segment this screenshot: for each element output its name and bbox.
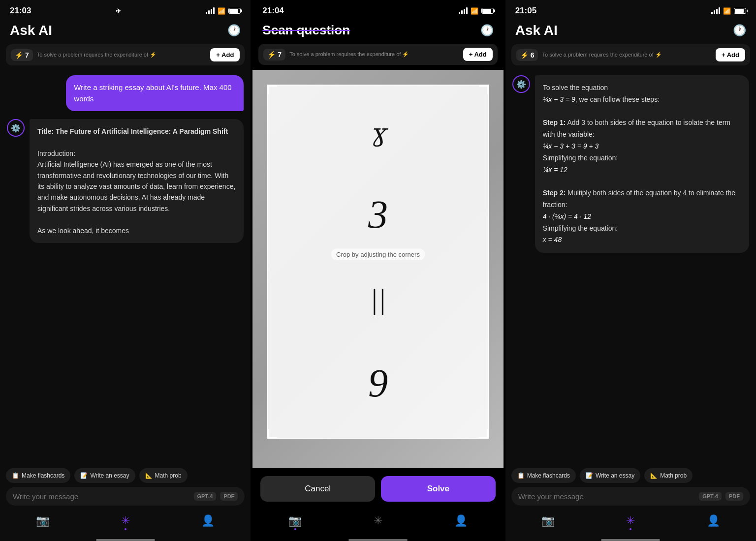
home-indicator-1 <box>96 539 155 541</box>
screen-3: 21:05 📶 Ask AI 🕐 ⚡ 6 To solve a problem … <box>505 0 756 541</box>
math-symbol-2: 3 <box>368 195 388 234</box>
gpt-badge-3: GPT-4 <box>699 492 722 501</box>
bottom-nav-1: 📷 ✳ 👤 <box>0 510 251 537</box>
profile-nav-icon-3: 👤 <box>707 514 720 527</box>
status-icons-3: 📶 <box>711 7 746 15</box>
nav-camera-1[interactable]: 📷 <box>36 514 49 527</box>
wifi-icon-1: 📶 <box>218 7 225 15</box>
nav-camera-2[interactable]: 📷 <box>288 514 302 527</box>
app-title-3: Ask AI <box>515 23 558 38</box>
essay-btn-3[interactable]: 📝 Write an essay <box>580 468 640 483</box>
app-header-2: Scan question 🕐 <box>252 19 503 44</box>
math-icon-1: 📐 <box>145 472 153 479</box>
essay-icon-3: 📝 <box>586 472 593 479</box>
input-bar-1: GPT-4 PDF <box>6 487 245 506</box>
flashcards-icon-3: 📋 <box>517 472 525 479</box>
nav-active-dot-1 <box>125 528 126 530</box>
credits-bar-1: ⚡ 7 To solve a problem requires the expe… <box>6 44 245 65</box>
ai-avatar-icon-3: ⚙️ <box>516 80 526 89</box>
credits-text-1: To solve a problem requires the expendit… <box>37 51 207 58</box>
ai-nav-icon-1: ✳ <box>121 514 130 527</box>
quick-actions-3: 📋 Make flashcards 📝 Write an essay 📐 Mat… <box>505 468 756 487</box>
time-2: 21:04 <box>262 6 284 16</box>
app-header-1: Ask AI 🕐 <box>0 19 251 44</box>
app-header-3: Ask AI 🕐 <box>505 19 756 44</box>
camera-nav-icon-3: 📷 <box>541 514 555 527</box>
camera-nav-icon-2: 📷 <box>288 514 302 527</box>
history-icon-2[interactable]: 🕐 <box>480 24 494 37</box>
solve-btn[interactable]: Solve <box>381 476 496 502</box>
status-bar-1: 21:03 ✈ 📶 <box>0 0 251 19</box>
nav-ai-1[interactable]: ✳ <box>121 514 130 527</box>
math-icon-3: 📐 <box>650 472 658 479</box>
lightning-icon-1: ⚡ <box>15 51 23 59</box>
wifi-icon-2: 📶 <box>471 7 478 15</box>
battery-icon-3 <box>734 8 746 14</box>
credit-count-1: 7 <box>25 51 29 59</box>
ai-nav-icon-2: ✳ <box>374 514 382 527</box>
math-btn-3[interactable]: 📐 Math prob <box>644 468 693 483</box>
crop-hint: Crop by adjusting the corners <box>331 249 425 260</box>
scan-title-2: Scan question <box>262 23 350 38</box>
nav-profile-3[interactable]: 👤 <box>707 514 720 527</box>
chat-area-1: Write a striking essay about AI's future… <box>0 70 251 468</box>
credit-count-2: 7 <box>278 51 282 59</box>
pdf-btn-3[interactable]: PDF <box>725 492 743 501</box>
battery-icon-1 <box>228 8 241 14</box>
camera-view: ɣ 3 || 9 Crop by adjusting the corners <box>252 70 503 468</box>
chat-area-3: ⚙️ To solve the equation ¼x − 3 = 9, we … <box>505 70 756 468</box>
pdf-btn-1[interactable]: PDF <box>220 492 238 501</box>
cancel-btn[interactable]: Cancel <box>260 476 375 502</box>
message-input-3[interactable] <box>518 492 695 501</box>
home-indicator-3 <box>601 539 660 541</box>
quick-actions-1: 📋 Make flashcards 📝 Write an essay 📐 Mat… <box>0 468 251 487</box>
credits-bar-2: ⚡ 7 To solve a problem requires the expe… <box>258 44 497 65</box>
flashcards-btn-3[interactable]: 📋 Make flashcards <box>511 468 576 483</box>
math-symbol-1: ɣ <box>371 120 385 145</box>
status-bar-3: 21:05 📶 <box>505 0 756 19</box>
user-message-1: Write a striking essay about AI's future… <box>66 75 244 111</box>
nav-ai-2[interactable]: ✳ <box>374 514 382 527</box>
nav-ai-3[interactable]: ✳ <box>626 514 635 527</box>
profile-nav-icon-1: 👤 <box>201 514 215 527</box>
lightning-icon-2: ⚡ <box>267 51 276 59</box>
nav-profile-1[interactable]: 👤 <box>201 514 215 527</box>
crop-box[interactable]: ɣ 3 || 9 <box>267 85 488 439</box>
nav-camera-3[interactable]: 📷 <box>541 514 555 527</box>
ai-message-3: ⚙️ To solve the equation ¼x − 3 = 9, we … <box>512 75 749 253</box>
screen-2: 21:04 📶 Scan question 🕐 ⚡ 7 To solve a p… <box>252 0 503 541</box>
scan-actions: Cancel Solve <box>252 468 503 510</box>
math-btn-1[interactable]: 📐 Math prob <box>139 468 188 483</box>
add-credits-btn-3[interactable]: + Add <box>716 48 745 61</box>
wifi-icon-3: 📶 <box>723 7 731 15</box>
essay-btn-1[interactable]: 📝 Write an essay <box>74 468 135 483</box>
flashcards-icon-1: 📋 <box>12 472 19 479</box>
history-icon-1[interactable]: 🕐 <box>227 24 241 37</box>
nav-active-dot-3 <box>630 528 631 530</box>
ai-avatar-3: ⚙️ <box>512 75 530 93</box>
time-3: 21:05 <box>515 6 536 16</box>
input-bar-3: GPT-4 PDF <box>511 487 750 506</box>
battery-icon-2 <box>481 8 494 14</box>
math-content: ɣ 3 || 9 <box>268 86 487 438</box>
message-input-1[interactable] <box>13 492 190 501</box>
home-indicator-2 <box>348 539 408 541</box>
nav-active-dot-2 <box>294 528 296 530</box>
add-credits-btn-1[interactable]: + Add <box>210 48 240 61</box>
camera-nav-icon-1: 📷 <box>36 514 49 527</box>
add-credits-btn-2[interactable]: + Add <box>463 48 493 61</box>
history-icon-3[interactable]: 🕐 <box>733 24 746 37</box>
signal-icon-2 <box>459 7 468 14</box>
ai-message-1: ⚙️ Title: The Future of Artificial Intel… <box>7 119 244 243</box>
flashcards-btn-1[interactable]: 📋 Make flashcards <box>6 468 70 483</box>
lightning-icon-3: ⚡ <box>520 51 529 59</box>
ai-bubble-1: Title: The Future of Artificial Intellig… <box>30 119 244 243</box>
credits-text-2: To solve a problem requires the expendit… <box>289 51 459 58</box>
gpt-badge-1: GPT-4 <box>194 492 217 501</box>
screen-1: 21:03 ✈ 📶 Ask AI 🕐 ⚡ 7 To solve a proble… <box>0 0 251 541</box>
status-icons-1: 📶 <box>206 7 241 15</box>
nav-profile-2[interactable]: 👤 <box>454 514 468 527</box>
credit-count-3: 6 <box>531 51 535 59</box>
status-icons-2: 📶 <box>459 7 494 15</box>
essay-icon-1: 📝 <box>80 472 88 479</box>
